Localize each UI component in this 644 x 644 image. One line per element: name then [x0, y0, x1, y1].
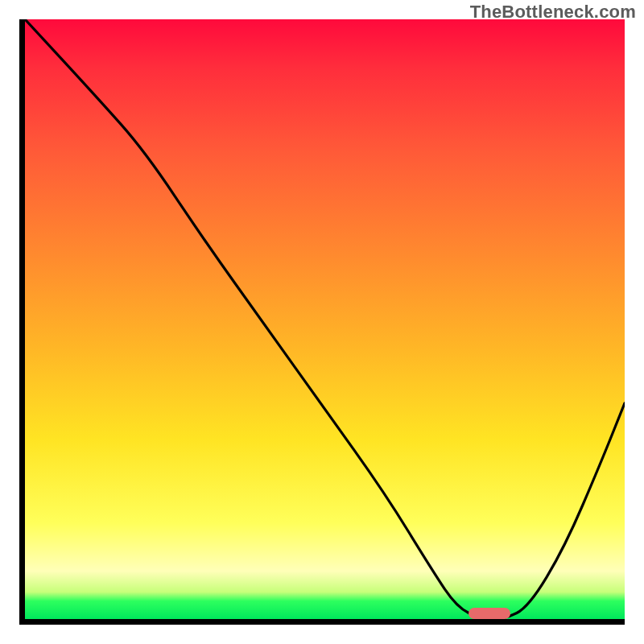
bottleneck-curve	[25, 19, 625, 619]
chart: TheBottleneck.com	[0, 0, 644, 644]
plot-area	[19, 19, 625, 625]
optimal-range-marker	[469, 608, 510, 619]
